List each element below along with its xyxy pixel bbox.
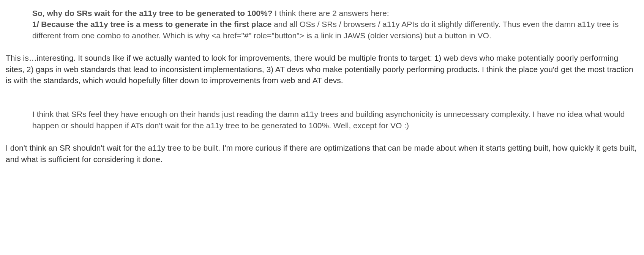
quote-after-question: I think there are 2 answers here: <box>273 9 389 17</box>
reply-paragraph-1: This is…interesting. It sounds like if w… <box>6 52 638 86</box>
quote-block-1: So, why do SRs wait for the a11y tree to… <box>6 8 638 41</box>
quote-bold-question: So, why do SRs wait for the a11y tree to… <box>32 9 273 17</box>
quote-bold-point1: 1/ Because the a11y tree is a mess to ge… <box>32 20 271 28</box>
quote-block-2: I think that SRs feel they have enough o… <box>6 109 638 131</box>
reply-paragraph-2: I don't think an SR shouldn't wait for t… <box>6 142 638 165</box>
spacer <box>6 97 638 109</box>
